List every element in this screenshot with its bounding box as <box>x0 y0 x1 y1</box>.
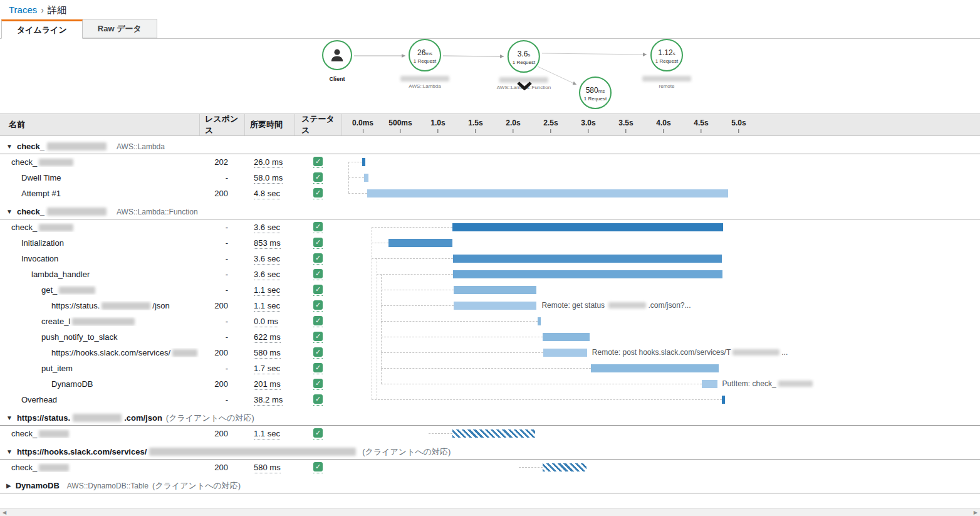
trace-group-header[interactable]: ▼https://hooks.slack.com/services/(クライアン… <box>0 445 980 460</box>
timeline-bar[interactable] <box>453 255 722 263</box>
timeline-bar[interactable] <box>702 380 717 388</box>
trace-row[interactable]: Overhead-38.2 ms✓ <box>0 392 980 408</box>
trace-row[interactable]: create_l-0.0 ms✓ <box>0 313 980 329</box>
user-icon <box>329 47 345 63</box>
timeline-bar[interactable] <box>452 429 535 438</box>
check-icon: ✓ <box>313 316 323 325</box>
segment-name: Overhead <box>0 395 199 404</box>
trace-group-header[interactable]: ▼check_AWS::Lambda <box>0 139 980 154</box>
scroll-left-arrow[interactable]: ◀ <box>0 510 9 515</box>
timeline-bar[interactable] <box>364 174 368 182</box>
duration-value[interactable]: 3.6 sec <box>254 223 280 233</box>
timeline-bar[interactable] <box>538 317 541 325</box>
duration-value[interactable]: 0.0 ms <box>254 317 278 327</box>
check-icon: ✓ <box>313 285 323 294</box>
group-note: (クライアントへの対応) <box>362 446 451 458</box>
status-ok-icon: ✓ <box>313 188 323 199</box>
timeline-bar[interactable] <box>367 189 728 197</box>
trace-row[interactable]: check_200580 ms✓ <box>0 460 980 475</box>
duration-value[interactable]: 1.1 sec <box>254 429 280 440</box>
timeline-bar[interactable] <box>543 463 586 471</box>
response-code: - <box>199 395 244 404</box>
duration-value[interactable]: 201 ms <box>254 379 281 390</box>
scroll-right-arrow[interactable]: ▶ <box>971 510 980 515</box>
duration-value[interactable]: 3.6 sec <box>254 270 280 280</box>
redacted-text <box>778 381 813 387</box>
duration-value[interactable]: 580 ms <box>254 463 281 473</box>
service-map-edges <box>0 39 980 113</box>
trace-row[interactable]: https://hooks.slack.com/services/200580 … <box>0 345 980 361</box>
redacted-text <box>73 414 122 422</box>
node-type: AWS::Lambda <box>400 83 449 89</box>
redacted-text <box>39 159 73 166</box>
timeline-bar[interactable] <box>722 396 725 404</box>
duration-value[interactable]: 38.2 ms <box>254 395 283 406</box>
timeline-bar[interactable] <box>453 270 722 278</box>
connector-vline <box>377 258 377 399</box>
trace-row[interactable]: lambda_handler-3.6 sec✓ <box>0 266 980 282</box>
node-label: Client <box>322 76 352 82</box>
response-code: 202 <box>199 157 244 167</box>
connector-line <box>348 162 362 162</box>
tab-raw-data[interactable]: Raw データ <box>83 19 157 38</box>
trace-row[interactable]: check_2001.1 sec✓ <box>0 426 980 441</box>
timeline-bar[interactable] <box>543 349 587 357</box>
chevron-down-icon[interactable] <box>517 82 532 90</box>
tick-mark <box>550 129 551 133</box>
segment-name: Attempt #1 <box>0 189 199 198</box>
trace-row[interactable]: Invocation-3.6 sec✓ <box>0 251 980 266</box>
duration-value[interactable]: 26.0 ms <box>254 157 283 168</box>
timeline-bar[interactable] <box>454 286 536 294</box>
check-icon: ✓ <box>313 379 323 388</box>
trace-row[interactable]: DynamoDB200201 ms✓PutItem: check_ <box>0 376 980 392</box>
duration-value[interactable]: 622 ms <box>254 332 281 343</box>
timeline-bar[interactable] <box>454 302 536 310</box>
timeline-bar[interactable] <box>591 364 719 372</box>
trace-row[interactable]: put_item-1.7 sec✓ <box>0 361 980 376</box>
breadcrumb-traces-link[interactable]: Traces <box>9 4 37 15</box>
trace-group-header[interactable]: ▼check_AWS::Lambda::Function <box>0 204 980 219</box>
timeline-bar[interactable] <box>362 158 365 166</box>
duration-value[interactable]: 58.0 ms <box>254 173 283 184</box>
timeline-cell <box>341 266 980 282</box>
check-icon: ✓ <box>313 222 323 231</box>
service-node-lambda[interactable]: 26ms 1 Request AWS::Lambda <box>400 39 449 89</box>
timeline-bar[interactable] <box>543 333 590 341</box>
connector-line <box>381 305 454 306</box>
timeline-bar[interactable] <box>452 223 723 231</box>
trace-row[interactable]: Attempt #12004.8 sec✓ <box>0 186 980 201</box>
duration-value[interactable]: 1.7 sec <box>254 364 280 374</box>
duration-value[interactable]: 1.1 sec <box>254 301 280 312</box>
trace-row[interactable]: Initialization-853 ms✓ <box>0 235 980 251</box>
trace-table: ▼check_AWS::Lambdacheck_20226.0 ms✓Dwell… <box>0 139 980 493</box>
trace-row[interactable]: push_notify_to_slack-622 ms✓ <box>0 329 980 345</box>
horizontal-scrollbar[interactable]: ◀ ▶ <box>0 508 980 516</box>
trace-group-rows: check_200580 ms✓ <box>0 460 980 475</box>
duration-value[interactable]: 3.6 sec <box>254 254 280 265</box>
trace-row[interactable]: check_-3.6 sec✓ <box>0 219 980 235</box>
tab-timeline[interactable]: タイムライン <box>1 19 83 39</box>
status-ok-icon: ✓ <box>313 428 323 440</box>
duration-value[interactable]: 580 ms <box>254 348 281 359</box>
trace-group-header[interactable]: ▼https://status..com/json(クライアントへの対応) <box>0 411 980 426</box>
trace-row[interactable]: get_-1.1 sec✓ <box>0 282 980 298</box>
breadcrumb-separator: › <box>41 5 44 15</box>
check-icon: ✓ <box>313 253 323 263</box>
trace-row[interactable]: check_20226.0 ms✓ <box>0 154 980 170</box>
timeline-bar[interactable] <box>388 239 452 247</box>
tab-bar: タイムライン Raw データ <box>0 19 980 39</box>
node-requests: 1 Request <box>414 58 436 64</box>
tick-mark <box>663 129 664 133</box>
duration-value[interactable]: 853 ms <box>254 238 281 249</box>
redacted-text <box>47 208 107 216</box>
duration-value[interactable]: 1.1 sec <box>254 285 280 296</box>
check-icon: ✓ <box>313 188 323 197</box>
trace-group-header[interactable]: ▶DynamoDBAWS::DynamoDB::Table(クライアントへの対応… <box>0 478 980 493</box>
duration-value[interactable]: 4.8 sec <box>254 189 280 199</box>
group-title: https://hooks.slack.com/services/ <box>17 447 358 456</box>
service-node-status-remote[interactable]: 1.12s 1 Request remote <box>642 39 691 89</box>
service-node-client[interactable]: Client <box>322 40 352 82</box>
trace-row[interactable]: https://status./json2001.1 sec✓Remote: g… <box>0 298 980 313</box>
trace-row[interactable]: Dwell Time-58.0 ms✓ <box>0 170 980 186</box>
service-node-slack-remote[interactable]: 580ms 1 Request <box>579 76 612 109</box>
